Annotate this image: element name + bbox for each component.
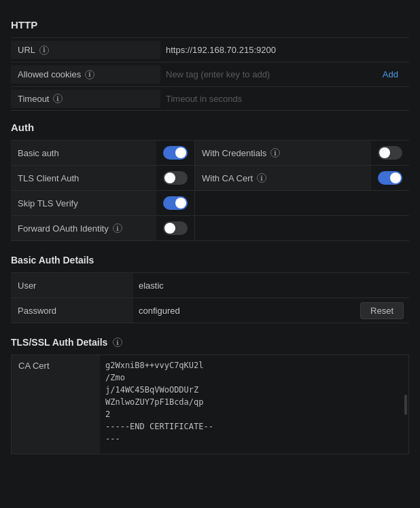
basic-auth-thumb	[175, 147, 186, 158]
with-ca-cert-thumb	[390, 173, 401, 183]
user-value-cell: elastic	[133, 278, 409, 293]
allowed-cookies-input[interactable]	[166, 68, 377, 81]
tls-header: TLS/SSL Auth Details ℹ	[11, 337, 409, 348]
basic-auth-details-title: Basic Auth Details	[11, 255, 409, 266]
url-value: https://192.168.70.215:9200	[166, 45, 276, 55]
forward-oauth-left: Forward OAuth Identity ℹ	[11, 216, 194, 240]
reset-button[interactable]: Reset	[360, 302, 404, 319]
allowed-cookies-label: Allowed cookies	[18, 69, 81, 79]
forward-oauth-right-empty	[194, 216, 409, 240]
ca-cert-value-cell	[100, 355, 408, 454]
user-value: elastic	[139, 280, 404, 291]
skip-tls-right-empty	[194, 191, 409, 215]
basic-auth-track	[163, 146, 188, 160]
password-row: Password configured Reset	[11, 297, 409, 323]
ca-cert-textarea[interactable]	[105, 359, 403, 448]
with-ca-cert-track	[378, 171, 402, 185]
timeout-label-cell: Timeout ℹ	[11, 90, 160, 108]
with-credentials-info-icon[interactable]: ℹ	[270, 148, 280, 158]
tls-client-label: TLS Client Auth	[11, 166, 156, 190]
basic-auth-row: Basic auth With Credentials ℹ	[11, 140, 409, 165]
http-section: HTTP URL ℹ https://192.168.70.215:9200 A…	[11, 19, 409, 111]
url-info-icon[interactable]: ℹ	[39, 46, 49, 55]
skip-tls-thumb	[175, 198, 186, 208]
url-value-cell: https://192.168.70.215:9200	[160, 42, 409, 58]
allowed-cookies-info-icon[interactable]: ℹ	[85, 70, 94, 79]
password-label: Password	[11, 298, 133, 323]
with-ca-cert-right: With CA Cert ℹ	[194, 166, 409, 190]
basic-auth-label: Basic auth	[11, 141, 156, 165]
basic-auth-toggle-cell	[156, 141, 194, 165]
with-credentials-track	[378, 146, 402, 160]
with-ca-cert-toggle[interactable]	[378, 171, 402, 185]
basic-auth-details-section: Basic Auth Details User elastic Password…	[11, 255, 409, 323]
forward-oauth-label: Forward OAuth Identity ℹ	[11, 216, 156, 240]
timeout-input[interactable]	[166, 92, 404, 105]
skip-tls-label: Skip TLS Verify	[11, 191, 156, 215]
timeout-value-cell	[160, 90, 409, 108]
forward-oauth-toggle-cell	[156, 216, 194, 240]
with-credentials-right: With Credentials ℹ	[194, 141, 409, 165]
tls-ssl-title: TLS/SSL Auth Details	[11, 337, 107, 348]
with-ca-cert-info-icon[interactable]: ℹ	[257, 173, 266, 183]
auth-title: Auth	[11, 122, 409, 133]
password-value: configured	[139, 306, 360, 316]
ca-cert-row: CA Cert	[11, 355, 409, 454]
timeout-info-icon[interactable]: ℹ	[53, 94, 63, 103]
basic-auth-left: Basic auth	[11, 141, 194, 165]
tls-client-row: TLS Client Auth With CA Cert ℹ	[11, 165, 409, 190]
ca-cert-label: CA Cert	[12, 355, 100, 454]
url-label: URL	[18, 45, 35, 55]
user-row: User elastic	[11, 272, 409, 297]
url-row: URL ℹ https://192.168.70.215:9200	[11, 37, 409, 62]
add-button[interactable]: Add	[377, 68, 404, 81]
skip-tls-toggle[interactable]	[163, 196, 188, 210]
tls-client-thumb	[164, 173, 175, 183]
allowed-cookies-value-cell: Add	[160, 65, 409, 84]
tls-client-track	[163, 171, 188, 185]
with-ca-cert-label: With CA Cert ℹ	[195, 166, 371, 190]
auth-section: Auth Basic auth With Credentials ℹ	[11, 122, 409, 241]
with-credentials-toggle-cell	[371, 141, 409, 165]
with-ca-cert-toggle-cell	[371, 166, 409, 190]
forward-oauth-track	[163, 221, 188, 235]
with-credentials-toggle[interactable]	[378, 146, 402, 160]
timeout-label: Timeout	[18, 94, 49, 104]
timeout-row: Timeout ℹ	[11, 86, 409, 111]
password-value-cell: configured Reset	[133, 300, 409, 322]
basic-auth-toggle[interactable]	[163, 146, 188, 160]
forward-oauth-row: Forward OAuth Identity ℹ	[11, 215, 409, 241]
with-credentials-thumb	[379, 147, 390, 158]
tls-ssl-info-icon[interactable]: ℹ	[113, 338, 122, 347]
tls-ssl-section: TLS/SSL Auth Details ℹ CA Cert	[11, 337, 409, 454]
scrollbar-indicator	[404, 395, 407, 415]
tls-client-toggle-cell	[156, 166, 194, 190]
allowed-cookies-row: Allowed cookies ℹ Add	[11, 62, 409, 86]
skip-tls-row: Skip TLS Verify	[11, 190, 409, 215]
http-title: HTTP	[11, 19, 409, 31]
with-credentials-label: With Credentials ℹ	[195, 141, 371, 165]
user-label: User	[11, 273, 133, 297]
tls-client-toggle[interactable]	[163, 171, 188, 185]
forward-oauth-info-icon[interactable]: ℹ	[113, 223, 122, 233]
skip-tls-track	[163, 196, 188, 210]
tls-client-left: TLS Client Auth	[11, 166, 194, 190]
forward-oauth-thumb	[164, 223, 175, 234]
forward-oauth-toggle[interactable]	[163, 221, 188, 235]
skip-tls-left: Skip TLS Verify	[11, 191, 194, 215]
url-label-cell: URL ℹ	[11, 41, 160, 59]
allowed-cookies-label-cell: Allowed cookies ℹ	[11, 65, 160, 84]
skip-tls-toggle-cell	[156, 191, 194, 215]
